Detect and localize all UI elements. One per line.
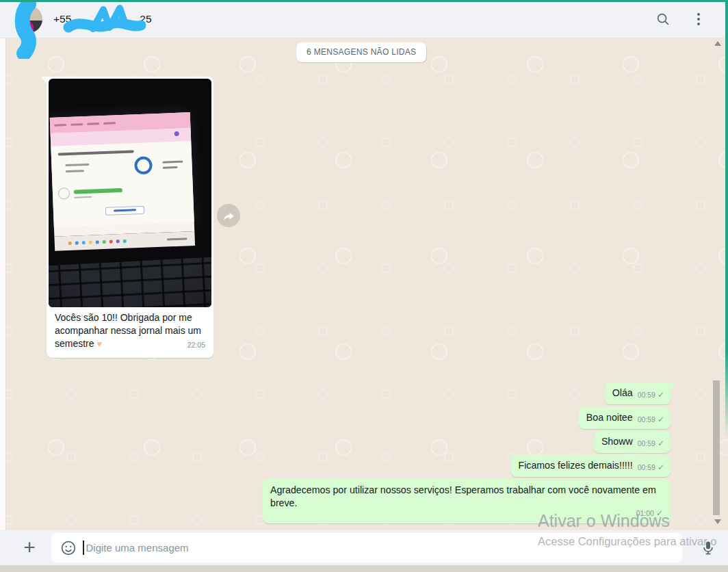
search-icon — [655, 12, 671, 27]
heart-hands-emoji: ♥ — [96, 339, 102, 349]
attach-button[interactable]: + — [19, 534, 40, 561]
message-time: 00:59 — [638, 390, 655, 400]
composer-bar: + — [0, 530, 728, 565]
menu-button[interactable] — [690, 10, 707, 28]
scrollbar-up-arrow[interactable] — [714, 41, 721, 46]
outgoing-message[interactable]: Boa noitee 00:59✓ — [579, 407, 671, 429]
message-time: 01:00 — [636, 508, 654, 518]
message-time: 00:59 — [638, 439, 655, 448]
photo-caption: Vocês são 10!! Obrigada por me acompanha… — [49, 307, 211, 355]
window-bottom-edge — [0, 565, 728, 572]
contact-title[interactable]: +55 25 — [53, 0, 152, 38]
emoji-picker-icon[interactable] — [60, 539, 77, 557]
search-button[interactable] — [654, 10, 672, 28]
sent-tick-icon: ✓ — [656, 508, 663, 518]
message-time: 00:59 — [638, 415, 655, 424]
message-text: Ficamos felizes demais!!!!! — [519, 459, 633, 472]
incoming-photo-message: Vocês são 10!! Obrigada por me acompanha… — [47, 77, 213, 358]
microphone-icon — [700, 539, 716, 557]
outgoing-bubble-tail — [671, 382, 676, 389]
unread-messages-divider: 6 MENSAGENS NÃO LIDAS — [296, 42, 426, 62]
forward-arrow-icon — [222, 209, 235, 222]
outgoing-message[interactable]: Showw 00:59✓ — [594, 431, 671, 453]
message-text: Showw — [601, 435, 633, 448]
message-time: 00:59 — [638, 463, 655, 472]
photo-vignette — [49, 79, 211, 307]
left-panel-edge — [0, 38, 6, 530]
text-caret — [83, 541, 84, 555]
sent-tick-icon: ✓ — [658, 463, 664, 472]
voice-message-button[interactable] — [698, 535, 718, 561]
scrollbar-thumb[interactable] — [713, 380, 720, 515]
chat-header: +55 25 — [0, 0, 728, 38]
capture-border-right — [725, 0, 728, 438]
photo-attachment[interactable] — [49, 79, 211, 307]
message-text: Agradecemos por utilizar nossos serviços… — [270, 484, 663, 510]
contact-number-suffix: 25 — [140, 13, 151, 25]
message-text: Oláa — [612, 387, 633, 400]
outgoing-message[interactable]: Oláa 00:59✓ — [605, 382, 671, 404]
scrollbar-down-arrow[interactable] — [714, 519, 721, 524]
outgoing-message[interactable]: Ficamos felizes demais!!!!! 00:59✓ — [511, 455, 671, 477]
incoming-bubble-tail — [41, 77, 47, 83]
contact-number-prefix: +55 — [53, 13, 71, 25]
outgoing-message[interactable]: Agradecemos por utilizar nossos serviços… — [263, 479, 671, 523]
sent-tick-icon: ✓ — [658, 415, 664, 424]
kebab-menu-icon — [697, 13, 700, 25]
sent-tick-icon: ✓ — [658, 439, 664, 448]
message-input-container[interactable] — [51, 533, 682, 562]
message-time: 22:05 — [187, 339, 205, 352]
whatsapp-window: +55 25 6 MENSAGENS NÃO LI — [0, 0, 728, 572]
message-input[interactable] — [86, 542, 675, 554]
message-text: Boa noitee — [586, 411, 633, 424]
capture-border-top — [0, 0, 728, 2]
forward-message-button[interactable] — [217, 204, 240, 227]
contact-avatar[interactable] — [15, 5, 42, 33]
sent-tick-icon: ✓ — [658, 390, 664, 400]
